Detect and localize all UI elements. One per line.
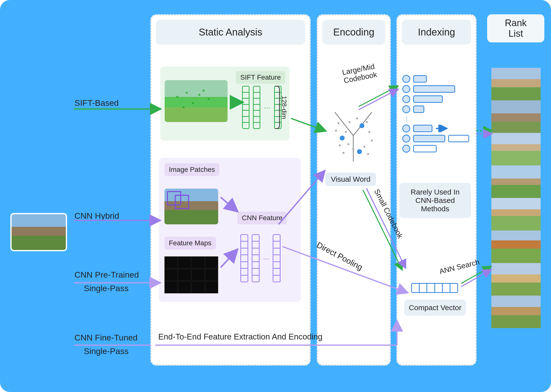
svg-point-9	[347, 143, 349, 145]
cnn-finetuned-l2: Single-Pass	[84, 346, 128, 356]
svg-point-8	[345, 131, 347, 133]
svg-point-18	[371, 140, 373, 142]
cnn-hybrid-label: CNN Hybrid	[74, 211, 119, 221]
rank-l1: Rank	[505, 18, 527, 28]
compact-vector	[411, 283, 458, 293]
sift-feature-box: SIFT Feature ··· 128-dim	[160, 67, 290, 141]
svg-point-4	[359, 123, 364, 128]
rank-list-header: Rank List	[487, 14, 544, 42]
inverted-index: ⋮	[402, 73, 471, 155]
svg-point-10	[356, 117, 358, 119]
clustering-diagram	[325, 108, 382, 163]
cnn-feature-box: Image Patches CNN Feature Feature Maps ·…	[159, 158, 301, 302]
svg-point-3	[340, 136, 345, 141]
svg-point-5	[357, 149, 362, 154]
cnn-pretrained-l2: Single-Pass	[84, 284, 128, 293]
rank-list-images	[491, 68, 541, 328]
rarely-used-note: Rarely Used In CNN-Based Methods	[399, 183, 471, 218]
feature-maps-thumb	[164, 256, 218, 293]
svg-point-19	[342, 152, 344, 154]
svg-point-12	[368, 131, 370, 133]
end-to-end-label: End-To-End Feature Extraction And Encodi…	[158, 332, 322, 341]
svg-line-0	[335, 112, 353, 136]
cnn-feature-label: CNN Feature	[237, 212, 287, 224]
cnn-feature-columns: ···	[240, 234, 281, 282]
svg-point-13	[352, 148, 354, 150]
svg-point-15	[367, 153, 369, 155]
svg-point-16	[338, 122, 339, 124]
sift-based-label: SIFT-Based	[74, 98, 119, 108]
feature-maps-label: Feature Maps	[164, 237, 216, 249]
query-image	[10, 213, 67, 251]
rank-l2: List	[508, 28, 523, 39]
svg-point-7	[339, 144, 341, 146]
svg-point-17	[349, 121, 351, 123]
compact-vector-label: Compact Vector	[404, 300, 466, 316]
svg-point-14	[363, 146, 365, 148]
static-analysis-header: Static Analysis	[156, 20, 305, 45]
image-patches-label: Image Patches	[164, 163, 219, 176]
visual-word-label: Visual Word	[325, 173, 376, 186]
encoding-header: Encoding	[322, 20, 385, 45]
svg-line-41	[39, 109, 73, 212]
cnn-pretrained-l1: CNN Pre-Trained	[74, 270, 139, 280]
sift-keypoint-image	[165, 80, 228, 122]
diagram-canvas: Static Analysis Encoding Indexing Rank L…	[0, 0, 551, 392]
image-patches-thumb	[164, 189, 218, 224]
cnn-finetuned-l1: CNN Fine-Tuned	[74, 333, 138, 342]
sift-dim-label: 128-dim	[277, 86, 291, 129]
indexing-header: Indexing	[402, 20, 471, 45]
sift-feature-label: SIFT Feature	[236, 71, 285, 84]
svg-point-11	[366, 121, 368, 123]
svg-point-6	[335, 130, 337, 132]
